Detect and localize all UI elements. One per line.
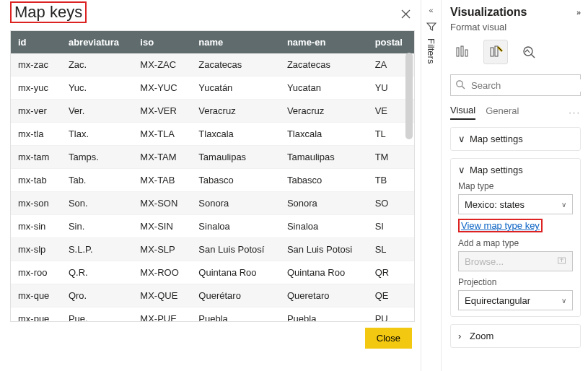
format-visual-tab[interactable]: [483, 40, 508, 64]
chevron-down-icon: ∨: [561, 201, 566, 209]
cell-iso: MX-TAM: [133, 146, 191, 169]
map-settings-outer-header[interactable]: ∨ Map settings: [458, 134, 573, 144]
col-name-en[interactable]: name-en: [280, 31, 368, 53]
cell-name_en: Tamaulipas: [280, 146, 368, 169]
map-type-select[interactable]: Mexico: states ∨: [458, 194, 573, 214]
cell-iso: MX-TAB: [133, 169, 191, 192]
browse-map-type[interactable]: Browse...: [458, 251, 573, 271]
table-row[interactable]: mx-sinSin.MX-SINSinaloaSinaloaSI: [11, 215, 414, 238]
cell-abreviatura: Pue.: [61, 307, 133, 323]
analytics-tab[interactable]: [517, 40, 541, 64]
cell-abreviatura: Q.R.: [61, 261, 133, 284]
cell-name_en: Quintana Roo: [280, 261, 368, 284]
table-row[interactable]: mx-tabTab.MX-TABTabascoTabascoTB: [11, 169, 414, 192]
map-type-value: Mexico: states: [465, 199, 525, 210]
cell-name: Tlaxcala: [191, 123, 280, 146]
view-map-type-key-link[interactable]: View map type key: [461, 220, 540, 231]
map-type-label: Map type: [458, 181, 573, 191]
cell-id: mx-tab: [11, 169, 61, 192]
cell-iso: MX-QUE: [133, 284, 191, 307]
cell-id: mx-roo: [11, 261, 61, 284]
svg-rect-1: [461, 46, 463, 56]
cell-abreviatura: Sin.: [61, 215, 133, 238]
cell-abreviatura: Qro.: [61, 284, 133, 307]
table-row[interactable]: mx-zacZac.MX-ZACZacatecasZacatecasZA: [11, 53, 414, 77]
cell-id: mx-son: [11, 192, 61, 215]
cell-id: mx-slp: [11, 238, 61, 261]
svg-rect-3: [491, 48, 493, 56]
chevron-right-icon[interactable]: »: [576, 8, 581, 17]
col-name[interactable]: name: [191, 31, 280, 53]
filters-pane-collapsed[interactable]: « Filters: [421, 0, 441, 371]
zoom-card: › Zoom: [450, 324, 581, 348]
search-input[interactable]: [470, 79, 588, 92]
cell-name: Yucatán: [191, 77, 280, 100]
col-postal[interactable]: postal: [368, 31, 414, 53]
col-iso[interactable]: iso: [133, 31, 191, 53]
projection-value: Equirectangular: [465, 295, 530, 306]
search-input-wrap[interactable]: [450, 74, 581, 96]
cell-name_en: Queretaro: [280, 284, 368, 307]
cell-iso: MX-PUE: [133, 307, 191, 323]
browse-placeholder: Browse...: [465, 256, 504, 267]
cell-name_en: Puebla: [280, 307, 368, 323]
upload-icon: [557, 256, 566, 267]
projection-select[interactable]: Equirectangular ∨: [458, 290, 573, 310]
table-row[interactable]: mx-puePue.MX-PUEPueblaPueblaPU: [11, 307, 414, 323]
tab-visual[interactable]: Visual: [450, 105, 475, 120]
cell-postal: QE: [368, 284, 414, 307]
cell-name_en: Sonora: [280, 192, 368, 215]
svg-rect-0: [457, 48, 459, 56]
cell-iso: MX-ROO: [133, 261, 191, 284]
tab-general[interactable]: General: [486, 105, 519, 119]
table-row[interactable]: mx-tamTamps.MX-TAMTamaulipasTamaulipasTM: [11, 146, 414, 169]
map-settings-inner-header[interactable]: ∨ Map settings: [458, 165, 573, 175]
table-row[interactable]: mx-queQro.MX-QUEQuerétaroQueretaroQE: [11, 284, 414, 307]
svg-point-6: [457, 80, 462, 86]
cell-name_en: San Luis Potosi: [280, 238, 368, 261]
close-button[interactable]: Close: [365, 328, 412, 349]
col-id[interactable]: id: [11, 31, 61, 53]
zoom-header[interactable]: › Zoom: [458, 331, 573, 341]
table-row[interactable]: mx-rooQ.R.MX-ROOQuintana RooQuintana Roo…: [11, 261, 414, 284]
map-keys-table-container: id abreviatura iso name name-en postal m…: [10, 30, 415, 322]
cell-postal: QR: [368, 261, 414, 284]
cell-postal: PU: [368, 307, 414, 323]
table-row[interactable]: mx-slpS.L.P.MX-SLPSan Luis PotosíSan Lui…: [11, 238, 414, 261]
close-icon[interactable]: [396, 4, 415, 23]
cell-id: mx-sin: [11, 215, 61, 238]
format-visual-subtitle: Format visual: [450, 22, 581, 32]
cell-iso: MX-SON: [133, 192, 191, 215]
cell-id: mx-yuc: [11, 77, 61, 100]
cell-abreviatura: Tlax.: [61, 123, 133, 146]
cell-abreviatura: Son.: [61, 192, 133, 215]
map-settings-card-inner: ∨ Map settings Map type Mexico: states ∨…: [450, 158, 581, 317]
cell-id: mx-que: [11, 284, 61, 307]
table-row[interactable]: mx-verVer.MX-VERVeracruzVeracruzVE: [11, 100, 414, 123]
cell-postal: SL: [368, 238, 414, 261]
cell-postal: SO: [368, 192, 414, 215]
cell-id: mx-tam: [11, 146, 61, 169]
cell-iso: MX-TLA: [133, 123, 191, 146]
cell-name: San Luis Potosí: [191, 238, 280, 261]
map-settings-outer-label: Map settings: [470, 134, 523, 144]
cell-postal: TB: [368, 169, 414, 192]
more-options-icon[interactable]: ···: [569, 107, 581, 118]
cell-abreviatura: Zac.: [61, 53, 133, 77]
col-abreviatura[interactable]: abreviatura: [61, 31, 133, 53]
table-row[interactable]: mx-tlaTlax.MX-TLATlaxcalaTlaxcalaTL: [11, 123, 414, 146]
table-scrollbar[interactable]: [405, 53, 413, 139]
cell-name_en: Sinaloa: [280, 215, 368, 238]
cell-abreviatura: Ver.: [61, 100, 133, 123]
table-row[interactable]: mx-sonSon.MX-SONSonoraSonoraSO: [11, 192, 414, 215]
build-visual-tab[interactable]: [450, 40, 475, 64]
cell-name: Veracruz: [191, 100, 280, 123]
cell-name_en: Tlaxcala: [280, 123, 368, 146]
filters-label: Filters: [426, 38, 436, 64]
zoom-label: Zoom: [470, 331, 493, 341]
cell-name: Quintana Roo: [191, 261, 280, 284]
chevron-left-icon: «: [429, 6, 433, 14]
chevron-down-icon: ∨: [458, 165, 465, 175]
table-row[interactable]: mx-yucYuc.MX-YUCYucatánYucatanYU: [11, 77, 414, 100]
cell-iso: MX-SLP: [133, 238, 191, 261]
